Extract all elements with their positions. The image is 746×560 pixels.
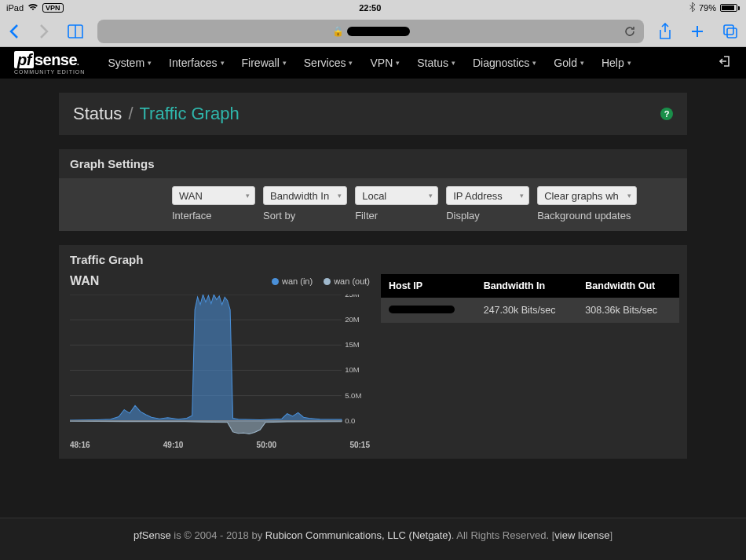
- chevron-down-icon: ▾: [429, 192, 433, 199]
- svg-rect-0: [724, 25, 733, 35]
- caret-down-icon: ▾: [452, 59, 455, 67]
- table-header: Bandwidth Out: [577, 274, 679, 298]
- nav-item-status[interactable]: Status▾: [410, 52, 463, 74]
- nav-item-system[interactable]: System▾: [101, 52, 159, 74]
- vpn-badge: VPN: [42, 3, 64, 13]
- nav-item-services[interactable]: Services▾: [297, 52, 360, 74]
- forward-button[interactable]: [38, 23, 53, 40]
- share-button[interactable]: [658, 23, 672, 40]
- caret-down-icon: ▾: [349, 59, 353, 67]
- pfsense-logo[interactable]: pfsense. COMMUNITY EDITION: [14, 51, 85, 75]
- ipad-status-bar: iPad VPN 22:50 79%: [0, 0, 746, 16]
- legend-swatch-in: [272, 278, 279, 285]
- nav-item-vpn[interactable]: VPN▾: [363, 52, 407, 74]
- chevron-down-icon: ▾: [338, 192, 342, 199]
- select-background-updates[interactable]: Clear graphs wh▾: [537, 186, 637, 205]
- nav-item-diagnostics[interactable]: Diagnostics▾: [466, 52, 543, 74]
- caret-down-icon: ▾: [580, 59, 584, 67]
- chart-area: WAN wan (in) wan (out) 25M20M15M10M5.0M0…: [67, 274, 373, 449]
- pfsense-menu: System▾Interfaces▾Firewall▾Services▾VPN▾…: [101, 52, 638, 74]
- chevron-down-icon: ▾: [520, 192, 524, 199]
- breadcrumb-leaf[interactable]: Traffic Graph: [140, 104, 240, 124]
- safari-toolbar: 🔒: [0, 16, 746, 47]
- help-icon[interactable]: ?: [660, 108, 673, 120]
- breadcrumb-root[interactable]: Status: [73, 104, 122, 124]
- x-tick: 48:16: [70, 441, 90, 449]
- select-sort-by[interactable]: Bandwidth In▾: [263, 186, 347, 205]
- breadcrumb: Status / Traffic Graph ?: [59, 93, 687, 135]
- field-label: Filter: [355, 210, 438, 221]
- nav-item-gold[interactable]: Gold▾: [547, 52, 591, 74]
- do-not-disturb-icon: [677, 3, 686, 13]
- nav-item-help[interactable]: Help▾: [594, 52, 638, 74]
- field-label: Interface: [172, 210, 255, 221]
- graph-settings-panel: Graph Settings WAN▾InterfaceBandwidth In…: [59, 149, 687, 231]
- device-label: iPad: [6, 3, 24, 13]
- host-table: Host IPBandwidth InBandwidth Out 247.30k…: [381, 274, 679, 449]
- x-tick: 50:00: [257, 441, 277, 449]
- field-label: Display: [446, 210, 529, 221]
- chart-x-ticks: 48:1649:1050:0050:15: [67, 436, 373, 449]
- nav-item-interfaces[interactable]: Interfaces▾: [162, 52, 231, 74]
- x-tick: 50:15: [349, 441, 370, 449]
- caret-down-icon: ▾: [532, 59, 536, 67]
- chart-plot: 25M20M15M10M5.0M0.0: [70, 295, 370, 436]
- logout-button[interactable]: [719, 55, 732, 71]
- graph-settings-title: Graph Settings: [59, 149, 687, 178]
- wifi-icon: [27, 3, 38, 13]
- select-interface[interactable]: WAN▾: [172, 186, 255, 205]
- svg-rect-1: [727, 28, 737, 38]
- chart-legend: wan (in) wan (out): [272, 276, 370, 286]
- view-license-link[interactable]: view license: [554, 529, 609, 541]
- field-label: Sort by: [263, 210, 347, 221]
- svg-text:10M: 10M: [345, 367, 360, 375]
- select-display[interactable]: IP Address▾: [446, 186, 529, 205]
- lock-icon: 🔒: [332, 26, 344, 37]
- field-label: Background updates: [537, 210, 637, 221]
- caret-down-icon: ▾: [396, 59, 400, 67]
- new-tab-button[interactable]: [689, 24, 705, 39]
- url-redacted: [347, 27, 410, 36]
- caret-down-icon: ▾: [627, 59, 631, 67]
- legend-swatch-out: [324, 278, 331, 285]
- footer: pfSense is © 2004 - 2018 by Rubicon Comm…: [0, 518, 746, 560]
- select-filter[interactable]: Local▾: [355, 186, 438, 205]
- x-tick: 49:10: [163, 441, 184, 449]
- traffic-graph-panel: Traffic Graph WAN wan (in) wan (out) 25M…: [59, 245, 687, 459]
- chart-title: WAN: [70, 274, 99, 288]
- bookmarks-button[interactable]: [68, 24, 83, 39]
- battery-icon: [720, 4, 740, 12]
- svg-text:0.0: 0.0: [345, 417, 355, 425]
- host-ip-redacted: [389, 306, 455, 313]
- table-header: Bandwidth In: [476, 274, 578, 298]
- svg-text:15M: 15M: [345, 342, 360, 350]
- reload-button[interactable]: [623, 25, 636, 38]
- pfsense-navbar: pfsense. COMMUNITY EDITION System▾Interf…: [0, 47, 746, 79]
- clock: 22:50: [359, 3, 381, 13]
- caret-down-icon: ▾: [148, 59, 152, 67]
- url-bar[interactable]: 🔒: [97, 20, 644, 43]
- bluetooth-icon: [689, 2, 695, 13]
- nav-item-firewall[interactable]: Firewall▾: [235, 52, 294, 74]
- table-row[interactable]: 247.30k Bits/sec308.36k Bits/sec: [381, 298, 679, 323]
- back-button[interactable]: [8, 23, 24, 40]
- table-header: Host IP: [381, 274, 476, 298]
- chevron-down-icon: ▾: [627, 192, 631, 199]
- tabs-button[interactable]: [722, 24, 738, 39]
- caret-down-icon: ▾: [221, 59, 225, 67]
- chevron-down-icon: ▾: [246, 192, 250, 199]
- caret-down-icon: ▾: [283, 59, 287, 67]
- traffic-graph-title: Traffic Graph: [59, 245, 687, 274]
- svg-text:25M: 25M: [345, 295, 360, 298]
- battery-percent: 79%: [699, 3, 716, 13]
- svg-text:20M: 20M: [345, 316, 360, 324]
- svg-text:5.0M: 5.0M: [345, 392, 361, 400]
